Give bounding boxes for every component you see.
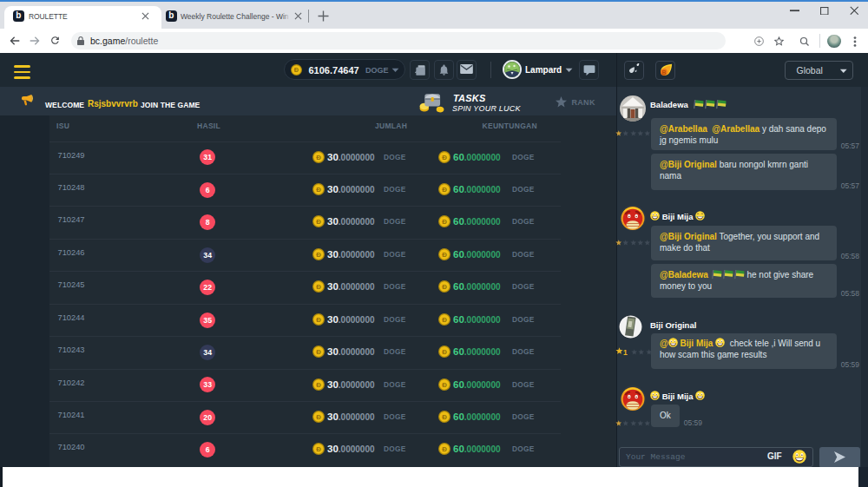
svg-text:Đ: Đ bbox=[442, 218, 447, 226]
svg-text:Đ: Đ bbox=[316, 283, 321, 291]
svg-text:Đ: Đ bbox=[442, 348, 447, 356]
svg-text:Đ: Đ bbox=[442, 154, 447, 161]
svg-text:Đ: Đ bbox=[316, 380, 321, 388]
svg-text:B: B bbox=[662, 69, 667, 75]
svg-text:Đ: Đ bbox=[316, 154, 321, 161]
svg-text:Đ: Đ bbox=[294, 66, 299, 74]
svg-text:Đ: Đ bbox=[316, 316, 321, 324]
svg-text:Đ: Đ bbox=[442, 380, 447, 388]
svg-text:Đ: Đ bbox=[316, 445, 321, 453]
svg-text:Đ: Đ bbox=[316, 348, 321, 356]
svg-text:Đ: Đ bbox=[316, 251, 321, 259]
svg-text:Đ: Đ bbox=[442, 283, 447, 291]
svg-text:Đ: Đ bbox=[316, 413, 321, 421]
svg-text:Đ: Đ bbox=[316, 186, 321, 194]
svg-text:Đ: Đ bbox=[316, 218, 321, 226]
svg-text:Đ: Đ bbox=[442, 445, 447, 453]
svg-text:Đ: Đ bbox=[442, 316, 447, 324]
svg-text:Đ: Đ bbox=[442, 186, 447, 194]
svg-text:Đ: Đ bbox=[442, 413, 447, 421]
svg-text:Đ: Đ bbox=[442, 251, 447, 259]
